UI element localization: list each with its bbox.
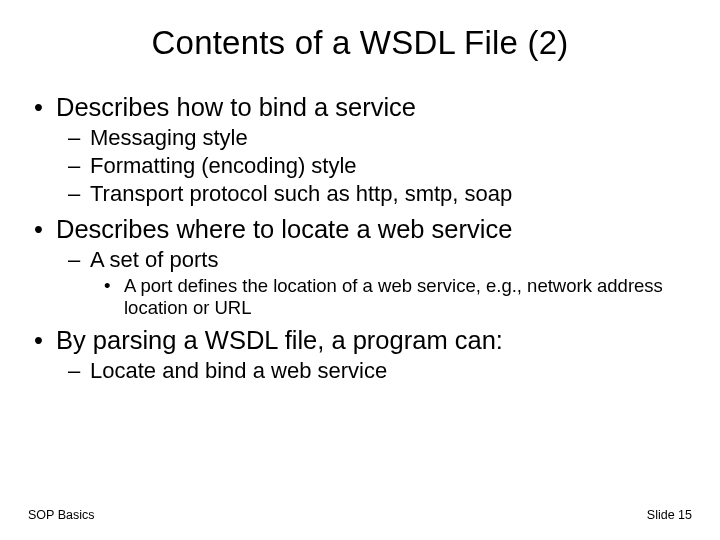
bullet-1-3: Transport protocol such as http, smtp, s… bbox=[90, 181, 692, 208]
bullet-2-sub: A set of ports A port defines the locati… bbox=[56, 247, 692, 319]
bullet-2-1-text: A set of ports bbox=[90, 247, 218, 272]
bullet-1-2: Formatting (encoding) style bbox=[90, 153, 692, 180]
bullet-1-1: Messaging style bbox=[90, 125, 692, 152]
bullet-list: Describes how to bind a service Messagin… bbox=[28, 92, 692, 385]
bullet-2-1-1: A port defines the location of a web ser… bbox=[124, 275, 692, 319]
bullet-2-1-sub: A port defines the location of a web ser… bbox=[90, 275, 692, 319]
bullet-3-sub: Locate and bind a web service bbox=[56, 358, 692, 385]
slide: Contents of a WSDL File (2) Describes ho… bbox=[0, 0, 720, 540]
bullet-2-text: Describes where to locate a web service bbox=[56, 215, 512, 243]
footer-left: SOP Basics bbox=[28, 508, 94, 522]
bullet-1-text: Describes how to bind a service bbox=[56, 93, 416, 121]
bullet-2: Describes where to locate a web service … bbox=[56, 214, 692, 319]
footer-right: Slide 15 bbox=[647, 508, 692, 522]
bullet-3: By parsing a WSDL file, a program can: L… bbox=[56, 325, 692, 385]
bullet-2-1: A set of ports A port defines the locati… bbox=[90, 247, 692, 319]
slide-title: Contents of a WSDL File (2) bbox=[28, 24, 692, 62]
bullet-3-text: By parsing a WSDL file, a program can: bbox=[56, 326, 503, 354]
bullet-3-1: Locate and bind a web service bbox=[90, 358, 692, 385]
bullet-1-sub: Messaging style Formatting (encoding) st… bbox=[56, 125, 692, 207]
bullet-1: Describes how to bind a service Messagin… bbox=[56, 92, 692, 208]
